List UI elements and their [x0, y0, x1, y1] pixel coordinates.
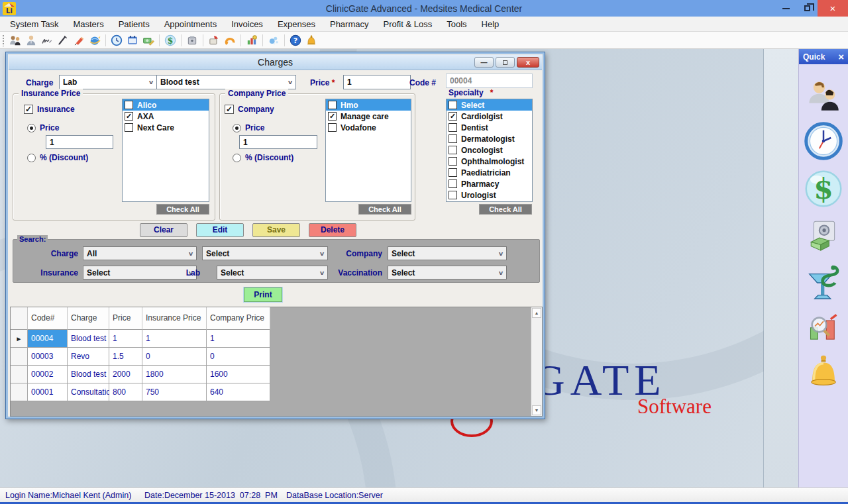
- grid-cell[interactable]: 1600: [207, 366, 270, 383]
- checkbox[interactable]: [449, 123, 457, 132]
- checkbox[interactable]: [449, 157, 457, 166]
- insurance-company-list[interactable]: Alico✓AXANext Care: [122, 99, 209, 202]
- table-row[interactable]: 00003Revo1.500: [11, 348, 270, 366]
- print-button[interactable]: Print: [244, 287, 282, 302]
- search-vaccination-combo[interactable]: Select v: [388, 266, 507, 279]
- company-checkbox[interactable]: ✓: [225, 105, 234, 114]
- undo-icon[interactable]: [224, 34, 236, 46]
- quick-pharmacy-icon[interactable]: [802, 260, 845, 306]
- purchase-icon[interactable]: [208, 34, 220, 46]
- checkbox[interactable]: ✓: [328, 112, 337, 121]
- list-item[interactable]: Vodafone: [326, 122, 411, 133]
- grid-cell[interactable]: 800: [109, 383, 142, 401]
- grid-column-header[interactable]: Insurance Price: [142, 307, 207, 330]
- grid-vertical-scrollbar[interactable]: ▲ ▼: [531, 307, 542, 416]
- menu-item-help[interactable]: Help: [474, 17, 507, 31]
- bell-icon[interactable]: [305, 34, 317, 46]
- list-item[interactable]: Ophthalmologist: [447, 156, 532, 167]
- grid-cell[interactable]: 640: [207, 383, 270, 401]
- checkbox[interactable]: [328, 123, 337, 132]
- quick-appointments-icon[interactable]: [804, 121, 843, 161]
- edit-button[interactable]: Edit: [196, 223, 244, 237]
- grid-column-header[interactable]: Price: [109, 307, 142, 330]
- close-button[interactable]: ×: [818, 0, 848, 17]
- checkbox[interactable]: [449, 134, 457, 143]
- row-selector-cell[interactable]: [11, 383, 28, 401]
- calendar-icon[interactable]: [127, 34, 138, 46]
- grid-cell[interactable]: 1: [207, 330, 270, 348]
- insurance-discount-radio[interactable]: [27, 154, 36, 162]
- quick-payments-icon[interactable]: $: [804, 169, 843, 209]
- grid-cell[interactable]: 00002: [28, 366, 68, 383]
- list-item[interactable]: Dermatologist: [447, 133, 532, 144]
- company-check-all-button[interactable]: Check All: [358, 204, 411, 215]
- dialog-close-button[interactable]: x: [517, 57, 539, 68]
- checkbox[interactable]: [449, 101, 457, 109]
- grid-cell[interactable]: 00004: [28, 330, 68, 348]
- grid-cell[interactable]: 1.5: [109, 348, 142, 366]
- list-item[interactable]: ✓AXA: [123, 111, 209, 122]
- signature-icon[interactable]: [41, 34, 53, 46]
- list-item[interactable]: Select: [447, 99, 532, 111]
- scroll-down-icon[interactable]: ▼: [532, 405, 541, 415]
- company-price-option-row[interactable]: Price: [233, 123, 264, 132]
- checkbox[interactable]: [125, 101, 133, 109]
- grid-cell[interactable]: 0: [207, 348, 270, 366]
- list-item[interactable]: Alico: [123, 99, 209, 111]
- search-lab-combo[interactable]: Select v: [217, 266, 328, 279]
- grid-cell[interactable]: Blood test: [68, 330, 109, 348]
- grid-cell[interactable]: Blood test: [68, 366, 109, 383]
- price-input[interactable]: [343, 75, 411, 89]
- checkbox[interactable]: ✓: [449, 112, 457, 121]
- checkbox[interactable]: [125, 123, 133, 132]
- menu-item-tools[interactable]: Tools: [439, 17, 474, 31]
- patients-group-icon[interactable]: [9, 34, 21, 46]
- specialty-list[interactable]: Select✓CardiolgistDentistDermatologistOn…: [446, 99, 533, 202]
- menu-item-system-task[interactable]: System Task: [3, 17, 66, 31]
- grid-cell[interactable]: 750: [142, 383, 207, 401]
- delete-button[interactable]: Delete: [309, 223, 356, 237]
- insurance-enable-row[interactable]: ✓ Insurance: [24, 105, 75, 114]
- checkbox[interactable]: [449, 179, 457, 188]
- restore-button[interactable]: [796, 0, 818, 17]
- grid-cell[interactable]: Consultation: [68, 383, 109, 401]
- scroll-up-icon[interactable]: ▲: [532, 308, 541, 318]
- grid-column-header[interactable]: Code#: [28, 307, 68, 330]
- payments-icon[interactable]: $: [164, 34, 176, 46]
- company-price-radio[interactable]: [233, 124, 241, 132]
- list-item[interactable]: ✓Manage care: [326, 111, 411, 122]
- grid-cell[interactable]: 1: [142, 330, 207, 348]
- dialog-minimize-button[interactable]: —: [474, 57, 494, 68]
- clock-icon[interactable]: [111, 34, 123, 46]
- grid-column-header[interactable]: Charge: [68, 307, 109, 330]
- checkbox[interactable]: [449, 191, 457, 199]
- charge-item-combo[interactable]: Blood test v: [156, 75, 296, 89]
- dialog-maximize-button[interactable]: [496, 57, 515, 68]
- list-item[interactable]: Hmo: [326, 99, 411, 111]
- insurance-price-option-row[interactable]: Price: [27, 123, 59, 132]
- quick-panel-close-icon[interactable]: ×: [838, 52, 844, 62]
- company-enable-row[interactable]: ✓ Company: [225, 105, 274, 114]
- reports-icon[interactable]: [246, 34, 258, 46]
- save-button[interactable]: Save: [252, 223, 300, 237]
- row-selector-cell[interactable]: ►: [11, 330, 28, 348]
- grid-cell[interactable]: 1800: [142, 366, 207, 383]
- search-company-combo[interactable]: Select v: [388, 246, 507, 260]
- menu-item-masters[interactable]: Masters: [66, 17, 111, 31]
- grid-cell[interactable]: 00003: [28, 348, 68, 366]
- quick-reminders-icon[interactable]: [804, 350, 843, 394]
- list-item[interactable]: Oncologist: [447, 144, 532, 156]
- insurance-price-input[interactable]: [46, 135, 113, 149]
- company-discount-radio[interactable]: [233, 154, 241, 162]
- table-row[interactable]: 00002Blood test200018001600: [11, 366, 270, 383]
- quick-expenses-icon[interactable]: [807, 218, 840, 252]
- checkbox[interactable]: ✓: [125, 112, 133, 121]
- insurance-check-all-button[interactable]: Check All: [156, 204, 209, 215]
- clear-button[interactable]: Clear: [140, 223, 187, 237]
- list-item[interactable]: Next Care: [123, 122, 209, 133]
- injection-icon[interactable]: [57, 34, 69, 46]
- billing-icon[interactable]: [142, 34, 154, 46]
- checkbox[interactable]: [449, 146, 457, 154]
- insurance-discount-option-row[interactable]: % (Discount): [27, 153, 88, 162]
- cleanup-icon[interactable]: [268, 34, 280, 46]
